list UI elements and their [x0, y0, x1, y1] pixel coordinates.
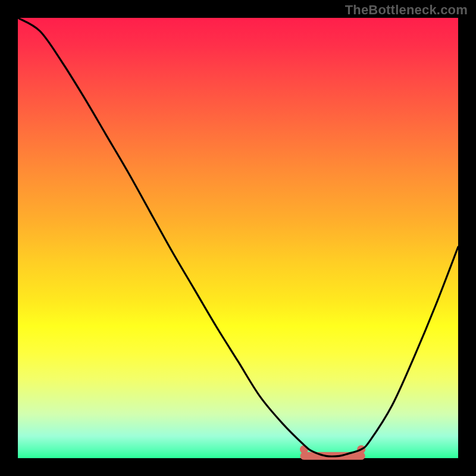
chart-container: TheBottleneck.com	[0, 0, 476, 476]
watermark-text: TheBottleneck.com	[345, 2, 468, 18]
plot-area	[18, 18, 458, 458]
bottleneck-curve	[18, 18, 458, 456]
chart-svg	[18, 18, 458, 458]
